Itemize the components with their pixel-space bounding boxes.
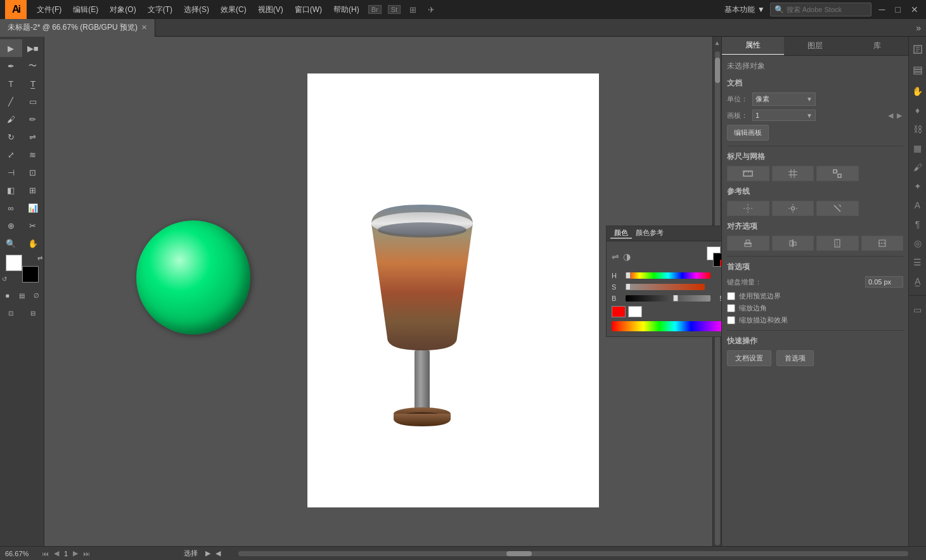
tab-properties[interactable]: 属性 [722, 37, 784, 55]
b-slider-track[interactable] [626, 295, 711, 302]
hand-tool-icon[interactable]: ✋ [910, 84, 925, 99]
history-panel-icon[interactable]: ☰ [911, 255, 924, 270]
nav-next-btn[interactable]: ▶ [73, 549, 78, 557]
ruler-btn-1[interactable] [727, 166, 769, 181]
pencil-tool[interactable]: ✏ [22, 110, 44, 128]
h-slider-track[interactable] [626, 272, 711, 279]
expand-panel-icon[interactable]: ▭ [911, 302, 924, 317]
align-btn[interactable]: ⊟ [22, 304, 44, 322]
stroke-swatch[interactable] [22, 266, 39, 283]
grid-icon[interactable]: ⊞ [406, 5, 420, 15]
fill-swatch[interactable] [6, 255, 22, 271]
curvature-tool[interactable]: 〜 [22, 57, 44, 75]
canvas-next-icon[interactable]: ▶ [896, 111, 903, 120]
menu-view[interactable]: 视图(V) [254, 4, 287, 15]
bridge-icon[interactable]: Br [368, 5, 382, 14]
tab-expander-icon[interactable]: » [916, 23, 921, 33]
swap-colors-icon[interactable]: ⇄ [37, 255, 42, 262]
menu-window[interactable]: 窗口(W) [291, 4, 326, 15]
selection-tool[interactable]: ▶ [0, 39, 22, 57]
preview-border-checkbox[interactable] [727, 292, 735, 300]
zoom-tool[interactable]: 🔍 [0, 234, 22, 252]
align-btn-2[interactable] [772, 236, 814, 251]
tab-layers[interactable]: 图层 [784, 37, 846, 55]
align-btn-4[interactable] [861, 236, 904, 251]
menu-help[interactable]: 帮助(H) [330, 4, 363, 15]
horizontal-scrollbar[interactable] [238, 551, 908, 556]
pen-tool[interactable]: ✒ [0, 57, 22, 75]
h-scroll-thumb[interactable] [506, 551, 532, 556]
restore-button[interactable]: □ [893, 4, 903, 15]
guide-btn-3[interactable] [816, 201, 859, 216]
align-btn-3[interactable] [816, 236, 859, 251]
search-bar[interactable]: 🔍 [770, 3, 871, 16]
warp-tool[interactable]: ≋ [22, 146, 44, 163]
tab-close-icon[interactable]: ✕ [141, 23, 147, 32]
green-sphere[interactable] [136, 220, 250, 334]
scroll-up-arrow[interactable]: ▲ [714, 37, 721, 49]
canvas-prev-icon[interactable]: ◀ [887, 111, 894, 120]
menu-file[interactable]: 文件(F) [33, 4, 65, 15]
layers-panel-icon[interactable] [910, 63, 925, 80]
scale-corners-checkbox[interactable] [727, 304, 735, 312]
dart-icon[interactable]: ✈ [424, 5, 439, 15]
mesh-tool[interactable]: ⊞ [22, 181, 44, 199]
line-tool[interactable]: ╱ [0, 92, 22, 110]
swatch-red[interactable] [612, 306, 626, 317]
ruler-btn-2[interactable] [772, 166, 814, 181]
s-slider-track[interactable] [626, 284, 705, 290]
brush-panel-icon[interactable]: 🖌 [911, 160, 925, 175]
tab-item[interactable]: 未标题-2* @ 66.67% (RGB/GPU 预览) ✕ [0, 19, 155, 37]
color-spectrum-strip[interactable] [612, 321, 721, 331]
none-mode-btn[interactable]: ∅ [29, 286, 44, 304]
hsb-mode-icon[interactable]: ◑ [623, 251, 631, 262]
nav-prev-prev-btn[interactable]: ⏮ [42, 550, 49, 557]
menu-edit[interactable]: 编辑(E) [69, 4, 102, 15]
gradient-mode-btn[interactable]: ▤ [15, 286, 29, 304]
rotate-tool[interactable]: ↻ [0, 128, 22, 146]
symbols-panel-icon[interactable]: ✦ [911, 179, 924, 194]
paragraph-panel-icon[interactable]: ¶ [913, 217, 923, 232]
tool-arrow-icon[interactable]: ▶ [205, 549, 210, 557]
canvas-select[interactable]: 1 ▼ [752, 110, 816, 121]
hand-tool[interactable]: ✋ [22, 234, 44, 252]
color-wheel-icon[interactable]: ◎ [911, 236, 924, 251]
nav-prev-btn[interactable]: ◀ [54, 549, 59, 557]
width-tool[interactable]: ⊣ [0, 163, 22, 181]
scroll-thumb-vertical[interactable] [715, 58, 720, 83]
properties-panel-icon[interactable] [910, 42, 925, 59]
doc-settings-button[interactable]: 文档设置 [727, 350, 771, 366]
preferences-button[interactable]: 首选项 [776, 350, 814, 366]
scale-stroke-checkbox[interactable] [727, 316, 735, 324]
tab-library[interactable]: 库 [846, 37, 908, 55]
menu-object[interactable]: 对象(O) [106, 4, 139, 15]
touch-type-tool[interactable]: T̲ [22, 75, 44, 92]
close-button[interactable]: ✕ [908, 4, 921, 15]
panel-tab-color[interactable]: 颜色 [610, 228, 632, 239]
default-colors-icon[interactable]: ↺ [2, 276, 7, 283]
gradient-tool[interactable]: ◧ [0, 181, 22, 199]
guide-btn-2[interactable] [772, 201, 814, 216]
panel-stroke-swatch[interactable] [713, 253, 721, 267]
slice-tool[interactable]: ✂ [22, 217, 44, 234]
appearance-panel-icon[interactable]: A [912, 198, 923, 213]
puppet-warp-tool[interactable]: ⊡ [22, 163, 44, 181]
edit-artboard-button[interactable]: 编辑画板 [727, 125, 769, 141]
color-cycle-icon[interactable]: ⇌ [612, 251, 619, 262]
scale-tool[interactable]: ⤢ [0, 146, 22, 163]
artboard-tool[interactable]: ⊕ [0, 217, 22, 234]
panel-tab-colorguide[interactable]: 颜色参考 [632, 228, 667, 239]
screen-mode-btn[interactable]: ⊡ [0, 304, 22, 322]
stock-icon[interactable]: St [388, 5, 401, 14]
type-panel-icon[interactable]: A̲ [912, 274, 923, 289]
direct-select-tool[interactable]: ▶■ [22, 39, 44, 57]
paintbrush-tool[interactable]: 🖌 [0, 110, 22, 128]
column-graph-tool[interactable]: 📊 [22, 199, 44, 217]
type-tool[interactable]: T [0, 75, 22, 92]
search-input[interactable] [787, 6, 863, 13]
swatches-panel-icon[interactable]: ▦ [911, 141, 924, 156]
workspace-label[interactable]: 基本功能 ▼ [724, 4, 764, 15]
tool-back-icon[interactable]: ◀ [215, 549, 221, 557]
reflect-tool[interactable]: ⇌ [22, 128, 44, 146]
guide-btn-1[interactable] [727, 201, 769, 216]
